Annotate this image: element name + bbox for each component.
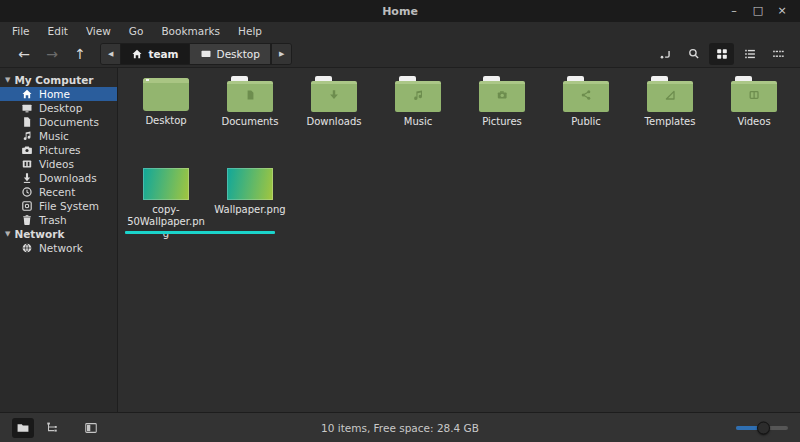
file-item-desktop[interactable]: Desktop	[124, 76, 208, 128]
sidebar-item-label: Music	[39, 130, 69, 142]
menu-help[interactable]: Help	[229, 22, 271, 40]
down-arrow-emblem-icon	[326, 87, 342, 103]
list-view-icon	[743, 47, 757, 61]
sidebar-item-music[interactable]: Music	[0, 129, 117, 143]
breadcrumb-segment-team[interactable]: team	[121, 44, 189, 64]
image-file-row: copy-50Wallpaper.png Wallpaper.png	[124, 166, 800, 240]
up-button[interactable]: ↑	[66, 46, 94, 62]
folder-icon	[311, 76, 357, 112]
breadcrumb: ◀ team Desktop ▶	[100, 43, 292, 65]
toggle-sidebar-button[interactable]	[80, 418, 102, 438]
sidebar-section-label: My Computer	[14, 74, 93, 86]
file-item-public[interactable]: Public	[544, 76, 628, 128]
tree-icon	[45, 421, 59, 435]
file-item-label: copy-50Wallpaper.png	[127, 204, 205, 240]
file-item-copy-50wallpaper[interactable]: copy-50Wallpaper.png	[124, 166, 208, 240]
file-item-label: Music	[404, 116, 432, 128]
document-icon	[21, 116, 33, 128]
file-item-pictures[interactable]: Pictures	[460, 76, 544, 128]
breadcrumb-label: team	[148, 48, 178, 60]
places-view-button[interactable]	[12, 418, 34, 438]
sidebar-item-documents[interactable]: Documents	[0, 115, 117, 129]
breadcrumb-prev-button[interactable]: ◀	[101, 44, 121, 64]
grid-view-button[interactable]	[709, 43, 734, 65]
camera-emblem-icon	[494, 87, 510, 103]
statusbar: 10 items, Free space: 28.4 GB	[0, 412, 800, 442]
folder-icon	[479, 76, 525, 112]
zoom-slider[interactable]	[736, 421, 788, 435]
sidebar-item-network[interactable]: Network	[0, 241, 117, 255]
file-item-wallpaper[interactable]: Wallpaper.png	[208, 166, 292, 240]
file-manager-window: Home – □ × File Edit View Go Bookmarks H…	[0, 0, 800, 442]
sidebar-section-network[interactable]: ▼ Network	[0, 227, 117, 241]
menu-bookmarks[interactable]: Bookmarks	[152, 22, 229, 40]
menu-view[interactable]: View	[77, 22, 120, 40]
sidebar-item-trash[interactable]: Trash	[0, 213, 117, 227]
file-item-music[interactable]: Music	[376, 76, 460, 128]
sidebar-item-downloads[interactable]: Downloads	[0, 171, 117, 185]
search-icon	[687, 47, 701, 61]
menu-go[interactable]: Go	[120, 22, 153, 40]
toolbar: ← → ↑ ◀ team Desktop ▶	[0, 40, 800, 68]
file-item-label: Desktop	[145, 115, 186, 127]
disk-icon	[21, 200, 33, 212]
desktop-icon	[21, 102, 33, 114]
music-note-emblem-icon	[410, 87, 426, 103]
titlebar[interactable]: Home – □ ×	[0, 0, 800, 22]
file-item-templates[interactable]: Templates	[628, 76, 712, 128]
cyan-divider-line	[125, 231, 275, 234]
file-item-label: Documents	[221, 116, 278, 128]
file-item-label: Templates	[645, 116, 696, 128]
compact-view-icon	[771, 47, 785, 61]
sidebar-section-my-computer[interactable]: ▼ My Computer	[0, 73, 117, 87]
minimize-button[interactable]: –	[722, 0, 746, 22]
film-emblem-icon	[746, 87, 762, 103]
image-thumbnail	[227, 168, 273, 200]
folder-icon	[731, 76, 777, 112]
zoom-slider-track[interactable]	[736, 426, 788, 430]
grid-view-icon	[715, 47, 729, 61]
sidebar-item-label: Documents	[39, 116, 99, 128]
sidebar-item-file-system[interactable]: File System	[0, 199, 117, 213]
menu-file[interactable]: File	[3, 22, 39, 40]
sidebar-item-recent[interactable]: Recent	[0, 185, 117, 199]
file-item-label: Wallpaper.png	[214, 204, 285, 216]
close-button[interactable]: ×	[770, 0, 794, 22]
globe-icon	[21, 242, 33, 254]
status-text: 10 items, Free space: 28.4 GB	[0, 422, 800, 434]
image-thumbnail	[143, 168, 189, 200]
expander-triangle-icon: ▼	[5, 230, 10, 238]
search-button[interactable]	[681, 43, 706, 65]
sidebar-item-videos[interactable]: Videos	[0, 157, 117, 171]
desktop-folder-icon	[143, 78, 189, 111]
file-item-label: Pictures	[482, 116, 522, 128]
sidebar-item-pictures[interactable]: Pictures	[0, 143, 117, 157]
breadcrumb-next-button[interactable]: ▶	[271, 44, 291, 64]
sidebar-item-home[interactable]: Home	[0, 87, 117, 101]
file-item-label: Downloads	[307, 116, 362, 128]
file-item-downloads[interactable]: Downloads	[292, 76, 376, 128]
zoom-slider-knob[interactable]	[757, 421, 770, 434]
sidebar-item-label: Recent	[39, 186, 75, 198]
file-view[interactable]: Desktop Documents Downloads	[118, 68, 800, 412]
sidebar-section-label: Network	[14, 228, 64, 240]
tree-view-button[interactable]	[41, 418, 63, 438]
window-title: Home	[0, 5, 800, 18]
list-view-button[interactable]	[737, 43, 762, 65]
menu-edit[interactable]: Edit	[39, 22, 77, 40]
compact-view-button[interactable]	[765, 43, 790, 65]
maximize-button[interactable]: □	[746, 0, 770, 22]
sidebar-item-desktop[interactable]: Desktop	[0, 101, 117, 115]
folder-icon	[395, 76, 441, 112]
folder-icon	[563, 76, 609, 112]
file-item-documents[interactable]: Documents	[208, 76, 292, 128]
folder-row: Desktop Documents Downloads	[124, 76, 800, 128]
back-button[interactable]: ←	[10, 46, 38, 62]
trash-icon	[21, 214, 33, 226]
breadcrumb-segment-desktop[interactable]: Desktop	[190, 44, 271, 64]
toolbar-right-icons	[653, 43, 790, 65]
file-item-videos[interactable]: Videos	[712, 76, 796, 128]
location-entry-button[interactable]	[653, 43, 678, 65]
camera-icon	[21, 144, 33, 156]
forward-button[interactable]: →	[38, 46, 66, 62]
